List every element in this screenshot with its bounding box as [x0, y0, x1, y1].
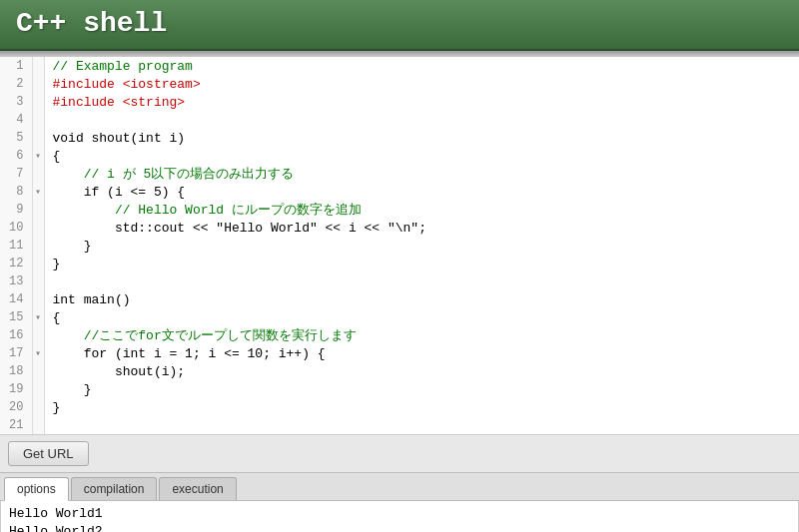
line-content[interactable] [44, 272, 799, 290]
fold-indicator [32, 255, 44, 272]
line-number: 19 [0, 380, 32, 398]
code-line-21: 21 [0, 416, 799, 434]
fold-indicator[interactable]: ▾ [32, 344, 44, 362]
line-number: 14 [0, 290, 32, 308]
code-line-12: 12} [0, 255, 799, 272]
output-line: Hello World1 [9, 505, 790, 523]
code-line-6: 6▾{ [0, 147, 799, 165]
fold-indicator [32, 111, 44, 129]
line-content[interactable]: { [44, 147, 799, 165]
fold-indicator [32, 165, 44, 183]
fold-indicator [32, 416, 44, 434]
line-number: 12 [0, 255, 32, 272]
line-number: 8 [0, 183, 32, 201]
fold-indicator [32, 398, 44, 416]
fold-indicator [32, 219, 44, 237]
app-title: C++ shell [16, 8, 783, 39]
toolbar: Get URL [0, 435, 799, 473]
code-line-11: 11 } [0, 237, 799, 255]
line-number: 4 [0, 111, 32, 129]
code-editor[interactable]: 1// Example program2#include <iostream>3… [0, 57, 799, 435]
line-number: 11 [0, 237, 32, 255]
code-line-15: 15▾{ [0, 308, 799, 326]
code-line-7: 7 // i が 5以下の場合のみ出力する [0, 165, 799, 183]
tabs-bar: options compilation execution [0, 473, 799, 501]
code-line-3: 3#include <string> [0, 93, 799, 111]
line-content[interactable]: //ここでfor文でループして関数を実行します [44, 326, 799, 344]
fold-indicator [32, 272, 44, 290]
fold-indicator[interactable]: ▾ [32, 183, 44, 201]
fold-indicator [32, 57, 44, 75]
line-content[interactable]: #include <iostream> [44, 75, 799, 93]
code-line-20: 20} [0, 398, 799, 416]
line-number: 13 [0, 272, 32, 290]
line-content[interactable]: if (i <= 5) { [44, 183, 799, 201]
line-content[interactable] [44, 416, 799, 434]
output-line: Hello World2 [9, 523, 790, 532]
line-number: 1 [0, 57, 32, 75]
code-line-19: 19 } [0, 380, 799, 398]
line-number: 7 [0, 165, 32, 183]
line-content[interactable]: // Hello World にループの数字を追加 [44, 201, 799, 219]
code-line-16: 16 //ここでfor文でループして関数を実行します [0, 326, 799, 344]
line-content[interactable]: // i が 5以下の場合のみ出力する [44, 165, 799, 183]
line-number: 17 [0, 344, 32, 362]
fold-indicator [32, 290, 44, 308]
line-content[interactable]: } [44, 398, 799, 416]
fold-indicator [32, 93, 44, 111]
code-line-9: 9 // Hello World にループの数字を追加 [0, 201, 799, 219]
line-content[interactable]: { [44, 308, 799, 326]
line-content[interactable]: void shout(int i) [44, 129, 799, 147]
line-content[interactable]: } [44, 237, 799, 255]
tab-execution[interactable]: execution [159, 477, 236, 500]
code-table: 1// Example program2#include <iostream>3… [0, 57, 799, 434]
tab-compilation[interactable]: compilation [71, 477, 158, 500]
line-content[interactable] [44, 111, 799, 129]
fold-indicator [32, 129, 44, 147]
line-number: 21 [0, 416, 32, 434]
code-line-18: 18 shout(i); [0, 362, 799, 380]
line-content[interactable]: #include <string> [44, 93, 799, 111]
line-content[interactable]: int main() [44, 290, 799, 308]
fold-indicator [32, 326, 44, 344]
line-content[interactable]: for (int i = 1; i <= 10; i++) { [44, 344, 799, 362]
fold-indicator [32, 237, 44, 255]
code-line-2: 2#include <iostream> [0, 75, 799, 93]
line-content[interactable]: } [44, 255, 799, 272]
code-line-17: 17▾ for (int i = 1; i <= 10; i++) { [0, 344, 799, 362]
fold-indicator [32, 75, 44, 93]
get-url-button[interactable]: Get URL [8, 441, 89, 466]
fold-indicator [32, 380, 44, 398]
output-area: Hello World1Hello World2Hello World3 [0, 501, 799, 532]
line-number: 16 [0, 326, 32, 344]
fold-indicator[interactable]: ▾ [32, 147, 44, 165]
line-number: 9 [0, 201, 32, 219]
code-line-14: 14int main() [0, 290, 799, 308]
line-content[interactable]: } [44, 380, 799, 398]
code-line-10: 10 std::cout << "Hello World" << i << "\… [0, 219, 799, 237]
fold-indicator [32, 362, 44, 380]
fold-indicator [32, 201, 44, 219]
code-line-1: 1// Example program [0, 57, 799, 75]
tab-options[interactable]: options [4, 477, 69, 501]
line-number: 3 [0, 93, 32, 111]
line-number: 5 [0, 129, 32, 147]
line-content[interactable]: std::cout << "Hello World" << i << "\n"; [44, 219, 799, 237]
code-line-5: 5void shout(int i) [0, 129, 799, 147]
header: C++ shell [0, 0, 799, 51]
line-number: 18 [0, 362, 32, 380]
line-number: 15 [0, 308, 32, 326]
code-line-13: 13 [0, 272, 799, 290]
line-number: 6 [0, 147, 32, 165]
fold-indicator[interactable]: ▾ [32, 308, 44, 326]
line-number: 10 [0, 219, 32, 237]
line-content[interactable]: // Example program [44, 57, 799, 75]
code-line-8: 8▾ if (i <= 5) { [0, 183, 799, 201]
line-content[interactable]: shout(i); [44, 362, 799, 380]
code-line-4: 4 [0, 111, 799, 129]
line-number: 2 [0, 75, 32, 93]
line-number: 20 [0, 398, 32, 416]
